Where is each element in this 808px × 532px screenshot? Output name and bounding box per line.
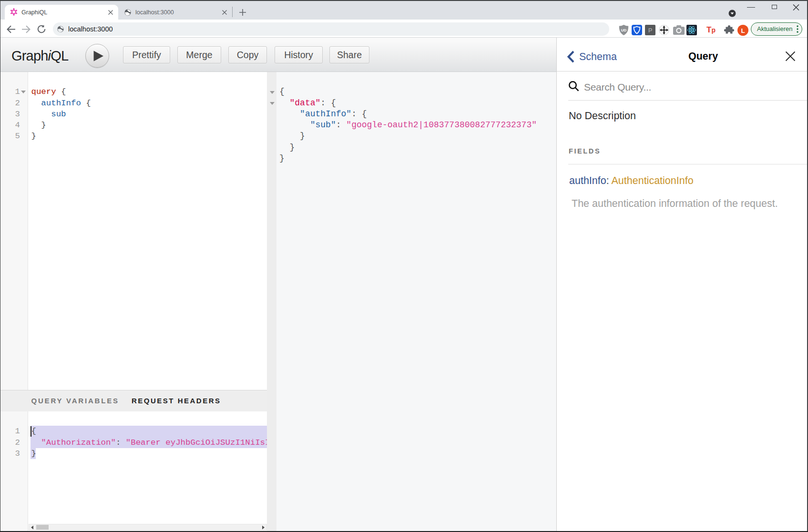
svg-text:UD: UD bbox=[621, 28, 627, 32]
svg-text:L: L bbox=[741, 27, 745, 34]
svg-text:P: P bbox=[648, 27, 653, 34]
